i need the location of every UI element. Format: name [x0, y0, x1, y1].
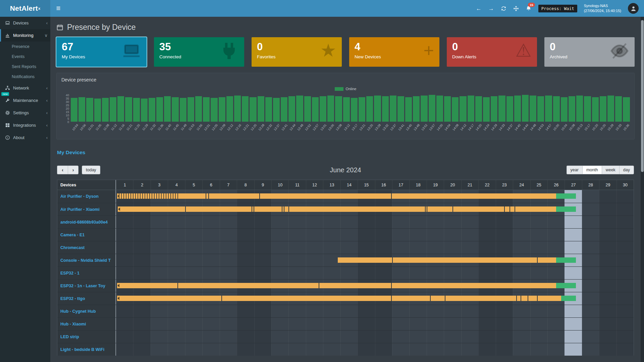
day-cell[interactable] [151, 318, 168, 330]
day-cell[interactable] [427, 241, 444, 254]
day-cell[interactable] [306, 318, 323, 330]
day-cell[interactable] [237, 241, 254, 254]
day-cell[interactable] [288, 343, 306, 356]
day-cell[interactable] [133, 318, 150, 330]
day-cell[interactable] [133, 229, 150, 241]
day-cell[interactable] [478, 343, 495, 356]
day-cell[interactable] [616, 280, 634, 292]
day-cell[interactable] [168, 305, 185, 317]
day-cell[interactable] [133, 216, 150, 228]
day-cell[interactable] [116, 305, 133, 317]
day-cell[interactable] [444, 229, 461, 241]
day-cell[interactable] [599, 305, 616, 317]
day-cell[interactable] [616, 305, 634, 317]
infobox-connected[interactable]: 35Connected [154, 37, 244, 67]
day-cell[interactable] [599, 241, 616, 254]
day-cell[interactable] [461, 343, 478, 356]
day-cell[interactable] [237, 254, 254, 266]
sidebar-item-integrations[interactable]: Integrations‹ [0, 119, 50, 131]
presence-event-bar[interactable] [117, 283, 556, 288]
day-cell[interactable] [513, 267, 530, 279]
day-cell[interactable] [185, 318, 202, 330]
day-cell[interactable] [220, 216, 237, 228]
day-cell[interactable] [323, 267, 340, 279]
day-cell[interactable] [599, 292, 616, 305]
day-cell[interactable] [461, 318, 478, 330]
day-cell[interactable] [288, 229, 306, 241]
day-cell[interactable] [375, 318, 392, 330]
day-cell[interactable] [496, 330, 513, 343]
day-cell[interactable] [427, 318, 444, 330]
sidebar-subitem-presence[interactable]: Presence [0, 42, 50, 52]
device-link[interactable]: Hub - Xiaomi [57, 318, 116, 330]
day-cell[interactable] [271, 229, 288, 241]
day-cell[interactable] [409, 318, 426, 330]
day-cell[interactable] [582, 229, 599, 241]
scrollbar-thumb[interactable] [641, 20, 644, 172]
day-cell[interactable] [220, 254, 237, 266]
chart-legend[interactable]: Online [61, 87, 630, 91]
day-cell[interactable] [547, 216, 565, 228]
refresh-loop-icon[interactable] [501, 6, 506, 11]
infobox-archived[interactable]: 0Archived [544, 37, 635, 67]
day-cell[interactable] [478, 318, 495, 330]
day-cell[interactable] [599, 318, 616, 330]
day-cell[interactable] [133, 267, 150, 279]
presence-event-bar[interactable] [118, 206, 556, 212]
move-icon[interactable] [513, 6, 519, 11]
day-cell[interactable] [427, 229, 444, 241]
day-cell[interactable] [513, 305, 530, 317]
day-cell[interactable] [478, 330, 495, 343]
sidebar-subitem-sent-reports[interactable]: Sent Reports [0, 62, 50, 72]
day-cell[interactable] [202, 216, 219, 228]
day-cell[interactable] [565, 318, 582, 330]
day-cell[interactable] [547, 267, 565, 279]
day-cell[interactable] [392, 318, 409, 330]
day-cell[interactable] [288, 305, 306, 317]
day-cell[interactable] [375, 267, 392, 279]
day-cell[interactable] [340, 330, 358, 343]
day-cell[interactable] [202, 254, 219, 266]
day-cell[interactable] [288, 267, 306, 279]
day-cell[interactable] [340, 318, 358, 330]
day-cell[interactable] [254, 254, 271, 266]
day-cell[interactable] [202, 318, 219, 330]
presence-event-bar[interactable] [556, 283, 576, 288]
day-cell[interactable] [547, 229, 565, 241]
day-cell[interactable] [288, 216, 306, 228]
day-cell[interactable] [358, 305, 375, 317]
sidebar-subitem-events[interactable]: Events [0, 52, 50, 62]
day-cell[interactable] [185, 229, 202, 241]
app-logo[interactable]: NetAlertx [0, 0, 50, 17]
day-cell[interactable] [133, 330, 150, 343]
day-cell[interactable] [168, 267, 185, 279]
day-cell[interactable] [375, 241, 392, 254]
day-cell[interactable] [530, 216, 547, 228]
day-cell[interactable] [461, 241, 478, 254]
day-cell[interactable] [478, 241, 495, 254]
day-cell[interactable] [358, 330, 375, 343]
device-link[interactable]: Light - bedside B WiFi [57, 343, 116, 356]
day-cell[interactable] [530, 343, 547, 356]
day-cell[interactable] [530, 241, 547, 254]
day-cell[interactable] [185, 241, 202, 254]
day-cell[interactable] [358, 216, 375, 228]
device-link[interactable]: ESP32 - ttgo [57, 292, 116, 305]
day-cell[interactable] [375, 216, 392, 228]
day-cell[interactable] [340, 343, 358, 356]
my-devices-title[interactable]: My Devices [57, 149, 634, 156]
day-cell[interactable] [409, 305, 426, 317]
day-cell[interactable] [616, 241, 634, 254]
day-cell[interactable] [392, 305, 409, 317]
day-cell[interactable] [133, 305, 150, 317]
day-cell[interactable] [616, 254, 634, 266]
presence-event-bar[interactable] [556, 206, 576, 212]
day-cell[interactable] [461, 216, 478, 228]
notifications-bell-icon[interactable]: 15 [526, 5, 532, 11]
day-cell[interactable] [358, 229, 375, 241]
day-cell[interactable] [220, 229, 237, 241]
day-cell[interactable] [185, 305, 202, 317]
day-cell[interactable] [616, 318, 634, 330]
day-cell[interactable] [237, 318, 254, 330]
day-cell[interactable] [530, 267, 547, 279]
